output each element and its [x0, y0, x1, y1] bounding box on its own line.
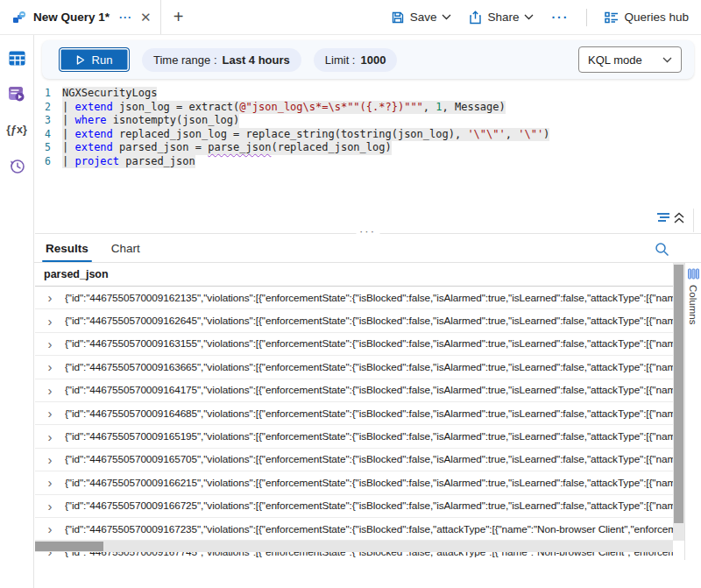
code-token: (replaced_json_log) — [271, 141, 391, 153]
limit-picker[interactable]: Limit : 1000 — [314, 48, 398, 72]
code-token: '\"' — [518, 128, 543, 140]
save-icon — [391, 11, 405, 25]
code-token: '\"\"' — [467, 128, 505, 140]
horizontal-scrollbar-thumb[interactable] — [35, 542, 103, 551]
code-token: NGXSecurityLogs — [62, 87, 157, 99]
play-icon — [76, 55, 85, 65]
code-token: , Message) — [443, 101, 506, 113]
share-button[interactable]: Share — [469, 11, 534, 25]
code-token: | — [62, 141, 74, 153]
chevron-down-icon — [662, 57, 672, 63]
line-number: 6 — [34, 155, 62, 169]
expand-results-button[interactable] — [655, 211, 685, 224]
expand-row-icon[interactable]: › — [35, 522, 65, 535]
queries-hub-icon — [605, 11, 619, 24]
row-json-value: {"id":"4467550570009166215","violations"… — [65, 477, 673, 489]
code-token: @"json_log\s*=\s*""({.*?})""" — [239, 101, 423, 113]
column-header-parsed-json[interactable]: parsed_json — [35, 263, 673, 287]
adx-query-logo-icon — [11, 10, 27, 25]
save-label: Save — [410, 11, 437, 24]
code-token: | — [62, 155, 74, 167]
queries-hub-button[interactable]: Queries hub — [605, 11, 689, 24]
tab-results[interactable]: Results — [46, 242, 89, 262]
columns-side-panel[interactable]: Columns — [684, 263, 701, 560]
table-row[interactable]: ›{"id":"4467550570009163155","violations… — [35, 333, 673, 356]
divider — [586, 9, 587, 26]
code-token: project — [74, 155, 119, 167]
new-tab-button[interactable]: + — [161, 0, 196, 34]
row-json-value: {"id":"4467550570009166725","violations"… — [65, 499, 673, 512]
query-mode-select[interactable]: KQL mode — [578, 46, 682, 73]
main-panel: Run Time range : Last 4 hours Limit : 10… — [34, 35, 701, 588]
code-token: parse_json — [208, 141, 271, 153]
history-icon[interactable] — [8, 157, 25, 174]
expand-row-icon[interactable]: › — [35, 337, 65, 351]
row-json-value: {"id":"4467550570009167235","violations"… — [65, 523, 673, 535]
code-line: 1 NGXSecurityLogs — [34, 87, 701, 101]
query-editor[interactable]: 1 NGXSecurityLogs 2 | extend json_log = … — [34, 79, 701, 209]
table-row[interactable]: ›{"id":"4467550570009162645","violations… — [35, 309, 673, 332]
query-runner-icon[interactable] — [8, 85, 25, 103]
expand-row-icon[interactable]: › — [35, 430, 65, 443]
expand-row-icon[interactable]: › — [35, 407, 65, 420]
code-token: | — [62, 114, 74, 126]
topbar-actions: Save Share ··· Queries hub — [391, 0, 701, 34]
table-row[interactable]: ›{"id":"4467550570009164175","violations… — [35, 379, 673, 402]
code-token: extend — [74, 101, 112, 113]
table-row[interactable]: ›{"id":"4467550570009164685","violations… — [35, 402, 673, 425]
row-json-value: {"id":"4467550570009165705","violations"… — [65, 453, 673, 465]
expand-row-icon[interactable]: › — [35, 315, 65, 328]
expand-row-icon[interactable]: › — [35, 360, 65, 373]
table-row[interactable]: ›{"id":"4467550570009163665","violations… — [35, 356, 673, 379]
table-row[interactable]: ›{"id":"4467550570009165705","violations… — [35, 449, 673, 471]
run-label: Run — [92, 53, 113, 67]
tab-more-icon[interactable]: ··· — [119, 11, 132, 24]
row-json-value: {"id":"4467550570009162135","violations"… — [65, 292, 673, 304]
vertical-scrollbar-thumb[interactable] — [674, 265, 683, 523]
share-icon — [469, 11, 482, 25]
more-actions-icon[interactable]: ··· — [551, 11, 569, 25]
code-line: 5 | extend parsed_json = parse_json(repl… — [34, 141, 701, 155]
tab-new-query[interactable]: New Query 1* ··· ✕ — [0, 0, 161, 34]
table-row[interactable]: ›{"id":"4467550570009166215","violations… — [35, 471, 673, 494]
code-token: replaced_json_log = replace_string(tostr… — [113, 128, 468, 140]
expand-row-icon[interactable]: › — [35, 476, 65, 489]
left-sidebar: {ƒx} — [0, 35, 34, 588]
tab-title: New Query 1* — [33, 11, 110, 24]
code-token: , — [506, 128, 518, 140]
limit-label: Limit : — [325, 53, 356, 67]
limit-value: 1000 — [360, 53, 386, 67]
row-json-value: {"id":"4467550570009164685","violations"… — [65, 407, 673, 420]
line-number: 2 — [34, 101, 62, 115]
line-number: 4 — [34, 128, 62, 142]
tab-bar: New Query 1* ··· ✕ + Save Share — [0, 0, 701, 35]
table-row[interactable]: ›{"id":"4467550570009167235","violations… — [35, 518, 673, 541]
row-json-value: {"id":"4467550570009164175","violations"… — [65, 384, 673, 396]
tables-icon[interactable] — [8, 49, 25, 67]
vertical-scrollbar[interactable] — [673, 263, 684, 541]
time-range-picker[interactable]: Time range : Last 4 hours — [142, 48, 301, 72]
code-token: 1 — [435, 101, 442, 113]
run-button[interactable]: Run — [59, 47, 130, 72]
save-button[interactable]: Save — [391, 11, 452, 25]
expand-row-icon[interactable]: › — [35, 453, 65, 466]
table-row[interactable]: ›{"id":"4467550570009165195","violations… — [35, 425, 673, 448]
tab-chart[interactable]: Chart — [111, 242, 140, 262]
results-panel: Results Chart parsed_json ›{"id":"446755… — [34, 235, 701, 560]
tab-close-icon[interactable]: ✕ — [140, 10, 152, 25]
expand-row-icon[interactable]: › — [35, 499, 65, 513]
code-token: isnotempty(json_log) — [107, 114, 240, 126]
code-token: ) — [543, 128, 549, 140]
search-icon[interactable] — [655, 242, 669, 257]
expand-row-icon[interactable]: › — [35, 291, 65, 304]
panel-splitter: ··· — [34, 209, 701, 235]
line-number: 1 — [34, 87, 62, 101]
code-line: 2 | extend json_log = extract(@"json_log… — [34, 101, 701, 115]
table-row[interactable]: ›{"id":"4467550570009162135","violations… — [35, 287, 673, 309]
horizontal-scrollbar[interactable] — [35, 541, 673, 552]
align-lines-icon — [655, 211, 673, 224]
table-row[interactable]: ›{"id":"4467550570009166725","violations… — [35, 495, 673, 518]
functions-icon[interactable]: {ƒx} — [8, 121, 25, 138]
expand-row-icon[interactable]: › — [35, 384, 65, 397]
row-json-value: {"id":"4467550570009163155","violations"… — [65, 337, 673, 350]
